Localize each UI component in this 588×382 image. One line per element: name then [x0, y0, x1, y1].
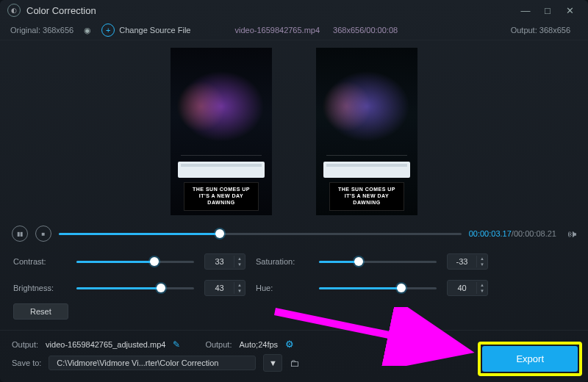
source-dims-duration: 368x656/00:00:08: [333, 26, 398, 35]
subtitle-box: THE SUN COMES UPIT'S A NEW DAY DAWNING: [184, 182, 259, 211]
timecode: 00:00:03.17/00:00:08.21: [469, 229, 556, 238]
change-source-link[interactable]: Change Source File: [119, 26, 190, 35]
output-name-value: video-1659842765_adjusted.mp4: [46, 340, 165, 349]
subtitle-box: THE SUN COMES UPIT'S A NEW DAY DAWNING: [329, 182, 404, 211]
open-folder-icon[interactable]: 🗀: [290, 358, 299, 369]
original-dimensions-label: Original: 368x656: [10, 26, 74, 35]
brightness-slider[interactable]: [76, 287, 194, 289]
header-info-row: Original: 368x656 ◉ + Change Source File…: [0, 21, 588, 40]
reset-button[interactable]: Reset: [13, 303, 68, 320]
pause-button[interactable]: ▮▮: [12, 226, 28, 242]
chevron-down-icon[interactable]: ▼: [234, 262, 245, 267]
minimize-button[interactable]: —: [514, 5, 537, 16]
chevron-down-icon[interactable]: ▼: [477, 288, 487, 294]
output-format-label: Output:: [205, 340, 232, 349]
hue-value[interactable]: 40▲▼: [447, 280, 488, 296]
volume-icon[interactable]: 🕪: [567, 228, 576, 239]
brightness-value[interactable]: 43▲▼: [204, 280, 245, 296]
output-name-label: Output:: [12, 340, 38, 349]
contrast-label: Contrast:: [13, 257, 66, 266]
app-logo-icon: ◐: [7, 4, 21, 17]
saturation-value[interactable]: -33▲▼: [447, 253, 488, 270]
time-current: 00:00:03.17: [469, 229, 512, 238]
output-format-value: Auto;24fps: [239, 340, 278, 349]
timeline-track[interactable]: [59, 233, 462, 235]
window-title: Color Correction: [26, 5, 96, 16]
add-icon[interactable]: +: [101, 24, 115, 37]
output-dimensions-label: Output: 368x656: [511, 26, 570, 35]
time-total: 00:00:08.21: [514, 229, 556, 238]
hue-slider[interactable]: [319, 287, 437, 289]
stop-button[interactable]: ■: [35, 226, 51, 242]
chevron-up-icon[interactable]: ▲: [477, 256, 487, 262]
saturation-label: Saturation:: [256, 257, 309, 266]
hue-label: Hue:: [256, 284, 309, 292]
close-button[interactable]: ✕: [559, 5, 581, 16]
preview-area: THE SUN COMES UPIT'S A NEW DAY DAWNING T…: [0, 40, 588, 221]
maximize-button[interactable]: □: [537, 5, 559, 16]
save-to-path[interactable]: C:\Vidmore\Vidmore Vi...rter\Color Corre…: [49, 356, 256, 370]
chevron-up-icon[interactable]: ▲: [234, 282, 245, 288]
source-filename: video-1659842765.mp4: [234, 26, 320, 35]
adjustment-sliders: Contrast: 33▲▼ Saturation: -33▲▼ Brightn…: [0, 249, 588, 299]
chevron-down-icon[interactable]: ▼: [234, 288, 245, 294]
contrast-value[interactable]: 33▲▼: [204, 253, 245, 270]
preview-original: THE SUN COMES UPIT'S A NEW DAY DAWNING: [171, 48, 272, 215]
output-settings-icon[interactable]: ⚙: [285, 339, 294, 350]
chevron-down-icon[interactable]: ▼: [477, 262, 487, 267]
chevron-up-icon[interactable]: ▲: [477, 282, 487, 288]
brightness-label: Brightness:: [13, 284, 66, 292]
save-path-dropdown[interactable]: ▼: [263, 354, 282, 372]
timeline-row: ▮▮ ■ 00:00:03.17/00:00:08.21 🕪: [0, 221, 588, 249]
saturation-slider[interactable]: [319, 261, 437, 263]
edit-name-icon[interactable]: ✎: [173, 339, 180, 350]
preview-output: THE SUN COMES UPIT'S A NEW DAY DAWNING: [316, 48, 417, 215]
contrast-slider[interactable]: [76, 261, 194, 263]
preview-toggle-icon[interactable]: ◉: [84, 26, 91, 35]
export-button[interactable]: Export: [482, 346, 578, 372]
save-to-label: Save to:: [12, 358, 41, 367]
title-bar: ◐ Color Correction — □ ✕: [0, 0, 588, 21]
chevron-up-icon[interactable]: ▲: [234, 256, 245, 262]
